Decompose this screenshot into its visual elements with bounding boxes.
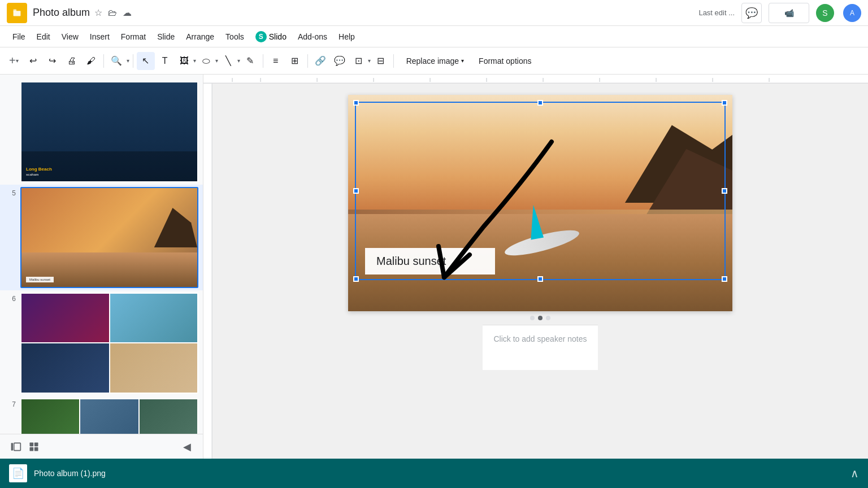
thumb-5-caption: Malibu sunset <box>26 277 54 282</box>
menu-addons[interactable]: Add-ons <box>292 30 333 43</box>
slide-canvas[interactable]: Malibu sunset <box>348 95 732 311</box>
svg-rect-7 <box>30 447 34 451</box>
collapse-sidebar-button[interactable]: ◀ <box>178 438 196 456</box>
align-button[interactable]: ≡ <box>267 52 285 70</box>
filmstrip-view-button[interactable] <box>7 438 25 456</box>
print-button[interactable]: 🖨 <box>63 52 81 70</box>
image-tool-button[interactable]: 🖼 <box>175 52 193 70</box>
pencil-tool-button[interactable]: ✎ <box>241 52 259 70</box>
slide-item-4[interactable]: Long Beachscaham <box>0 79 203 185</box>
svg-text:|: | <box>599 77 600 82</box>
crop-button[interactable]: ⊡ <box>350 52 368 70</box>
title-right-actions: Last edit ... 💬 📹 S A <box>698 3 861 23</box>
svg-rect-1 <box>14 11 21 16</box>
download-close-button[interactable]: ∧ <box>850 467 859 480</box>
thumb-4-text: Long Beachscaham <box>26 167 52 177</box>
cloud-icon[interactable]: ☁ <box>123 7 132 18</box>
replace-image-icon-button[interactable]: ⊟ <box>372 52 390 70</box>
svg-rect-3 <box>11 443 13 450</box>
line-tool-button[interactable]: ╲ <box>219 52 237 70</box>
comment-tool-button[interactable]: 💬 <box>331 52 349 70</box>
menu-slide[interactable]: Slide <box>151 30 180 43</box>
download-bar: 📄 Photo album (1).png ∧ <box>0 459 868 488</box>
user-avatar[interactable]: S <box>816 4 834 22</box>
svg-rect-4 <box>14 443 21 450</box>
svg-rect-5 <box>30 442 34 446</box>
thumb-6-cell-3 <box>21 343 109 392</box>
canvas-scroll[interactable]: Malibu sunset Click to add sp <box>212 84 868 459</box>
slide-item-7[interactable]: 7 <box>0 396 203 434</box>
slide-item-5[interactable]: 5 Malibu sunset <box>0 185 203 290</box>
separator-2 <box>133 54 133 68</box>
menu-tools[interactable]: Tools <box>220 30 250 43</box>
thumb-7-cell-3 <box>140 399 197 434</box>
redo-button[interactable]: ↪ <box>44 52 62 70</box>
download-file-icon: 📄 <box>9 464 27 482</box>
slide-number-5: 5 <box>5 187 16 197</box>
line-dropdown-icon: ▾ <box>237 58 240 64</box>
canvas-area: | | | | | | | | | | | <box>203 75 868 459</box>
separator-5 <box>393 54 394 68</box>
folder-icon[interactable]: 🗁 <box>108 8 117 18</box>
last-edit-text[interactable]: Last edit ... <box>698 8 735 17</box>
dot-3[interactable] <box>546 316 550 320</box>
text-tool-button[interactable]: T <box>156 52 174 70</box>
select-tool-button[interactable]: ↖ <box>137 52 155 70</box>
slide-thumb-5: Malibu sunset <box>20 187 198 288</box>
menu-arrange[interactable]: Arrange <box>180 30 220 43</box>
undo-button[interactable]: ↩ <box>24 52 42 70</box>
distribute-button[interactable]: ⊞ <box>286 52 304 70</box>
menu-file[interactable]: File <box>7 30 31 43</box>
download-filename: Photo album (1).png <box>34 469 850 478</box>
menu-help[interactable]: Help <box>333 30 361 43</box>
menu-bar: File Edit View Insert Format Slide Arran… <box>0 26 868 47</box>
thumb-6-grid <box>21 294 197 393</box>
svg-text:|: | <box>260 77 261 82</box>
separator-3 <box>263 54 263 68</box>
slide-dots <box>526 311 555 325</box>
comment-button[interactable]: 💬 <box>741 3 762 23</box>
grid-view-button[interactable] <box>25 438 43 456</box>
menu-view[interactable]: View <box>56 30 84 43</box>
svg-text:|: | <box>373 77 374 82</box>
dot-2[interactable] <box>538 316 542 320</box>
separator-1 <box>103 54 104 68</box>
replace-image-dropdown-icon: ▾ <box>461 58 464 64</box>
separator-4 <box>307 54 308 68</box>
crop-dropdown-icon: ▾ <box>368 58 371 64</box>
svg-text:|: | <box>656 77 657 82</box>
zoom-button[interactable]: 🔍 <box>107 52 125 70</box>
slide-item-6[interactable]: 6 <box>0 290 203 396</box>
format-options-button[interactable]: Format options <box>472 53 538 69</box>
image-tool-group: 🖼 ▾ <box>175 52 196 70</box>
meet-button[interactable]: 📹 <box>769 3 809 23</box>
caption-box[interactable]: Malibu sunset <box>365 248 495 274</box>
thumb-7-cell-2 <box>80 399 138 434</box>
slide-number-6: 6 <box>5 293 16 303</box>
svg-text:|: | <box>486 77 487 82</box>
replace-image-button[interactable]: Replace image ▾ <box>400 53 471 69</box>
crop-tool-group: ⊡ ▾ <box>350 52 371 70</box>
format-paint-button[interactable]: 🖌 <box>82 52 100 70</box>
menu-insert[interactable]: Insert <box>84 30 115 43</box>
format-options-label: Format options <box>479 56 531 66</box>
user-avatar-2[interactable]: A <box>843 4 861 22</box>
link-button[interactable]: 🔗 <box>311 52 329 70</box>
zoom-dropdown-icon: ▾ <box>127 58 129 64</box>
add-button[interactable]: + ▾ <box>5 52 23 69</box>
shape-dropdown-icon: ▾ <box>215 58 218 64</box>
document-title: Photo album <box>33 7 90 19</box>
menu-edit[interactable]: Edit <box>31 30 56 43</box>
replace-image-label: Replace image <box>406 56 459 66</box>
menu-format[interactable]: Format <box>115 30 151 43</box>
sidebar-bottom: ◀ <box>0 434 203 459</box>
svg-text:|: | <box>232 77 233 82</box>
svg-rect-6 <box>34 442 38 446</box>
menu-slido[interactable]: S Slido <box>250 29 292 45</box>
shape-tool-button[interactable]: ⬭ <box>197 52 215 70</box>
dot-1[interactable] <box>530 316 535 320</box>
notes-area[interactable]: Click to add speaker notes <box>483 325 598 370</box>
zoom-control: 🔍 ▾ <box>107 52 129 70</box>
star-icon[interactable]: ☆ <box>94 7 102 18</box>
main-content: Long Beachscaham 5 Malibu sunset <box>0 75 868 459</box>
